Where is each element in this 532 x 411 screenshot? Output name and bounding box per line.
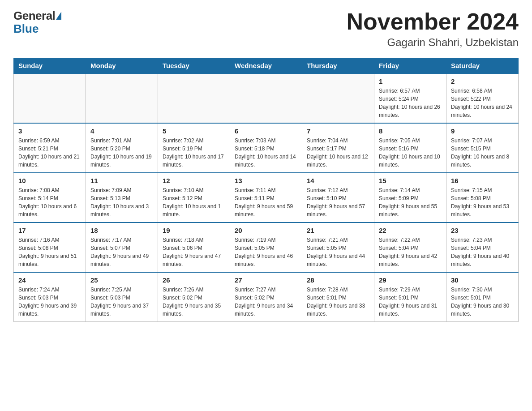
day-number: 26 xyxy=(163,276,225,284)
calendar-cell: 12Sunrise: 7:10 AM Sunset: 5:12 PM Dayli… xyxy=(158,173,230,223)
calendar-cell xyxy=(158,73,230,123)
weekday-header-sunday: Sunday xyxy=(14,58,86,74)
weekday-header-row: SundayMondayTuesdayWednesdayThursdayFrid… xyxy=(14,58,519,74)
day-info: Sunrise: 7:29 AM Sunset: 5:01 PM Dayligh… xyxy=(379,286,442,318)
day-number: 6 xyxy=(235,127,297,135)
day-number: 30 xyxy=(451,276,514,284)
calendar-cell: 9Sunrise: 7:07 AM Sunset: 5:15 PM Daylig… xyxy=(446,123,519,173)
weekday-header-friday: Friday xyxy=(374,58,446,74)
day-number: 24 xyxy=(18,276,81,284)
calendar-cell: 4Sunrise: 7:01 AM Sunset: 5:20 PM Daylig… xyxy=(86,123,158,173)
calendar-cell: 11Sunrise: 7:09 AM Sunset: 5:13 PM Dayli… xyxy=(86,173,158,223)
day-info: Sunrise: 7:21 AM Sunset: 5:05 PM Dayligh… xyxy=(307,236,369,268)
day-info: Sunrise: 7:02 AM Sunset: 5:19 PM Dayligh… xyxy=(163,137,225,169)
day-number: 12 xyxy=(163,177,225,184)
day-number: 18 xyxy=(90,227,153,234)
day-info: Sunrise: 7:18 AM Sunset: 5:06 PM Dayligh… xyxy=(163,236,225,268)
calendar-cell: 26Sunrise: 7:26 AM Sunset: 5:02 PM Dayli… xyxy=(158,272,230,322)
day-info: Sunrise: 7:30 AM Sunset: 5:01 PM Dayligh… xyxy=(451,286,514,318)
weekday-header-tuesday: Tuesday xyxy=(158,58,230,74)
day-number: 5 xyxy=(163,127,225,135)
day-number: 2 xyxy=(451,77,514,85)
calendar-cell: 7Sunrise: 7:04 AM Sunset: 5:17 PM Daylig… xyxy=(302,123,374,173)
day-number: 14 xyxy=(307,177,369,184)
day-info: Sunrise: 7:03 AM Sunset: 5:18 PM Dayligh… xyxy=(235,137,297,169)
day-info: Sunrise: 7:25 AM Sunset: 5:03 PM Dayligh… xyxy=(90,286,153,318)
day-number: 25 xyxy=(90,276,153,284)
calendar-cell: 1Sunrise: 6:57 AM Sunset: 5:24 PM Daylig… xyxy=(374,73,446,123)
day-number: 4 xyxy=(90,127,153,135)
day-info: Sunrise: 7:05 AM Sunset: 5:16 PM Dayligh… xyxy=(379,137,442,169)
day-info: Sunrise: 7:22 AM Sunset: 5:04 PM Dayligh… xyxy=(379,236,442,268)
calendar-table: SundayMondayTuesdayWednesdayThursdayFrid… xyxy=(13,58,519,322)
calendar-cell: 28Sunrise: 7:28 AM Sunset: 5:01 PM Dayli… xyxy=(302,272,374,322)
logo-triangle-icon xyxy=(56,12,61,20)
calendar-cell: 29Sunrise: 7:29 AM Sunset: 5:01 PM Dayli… xyxy=(374,272,446,322)
calendar-cell: 8Sunrise: 7:05 AM Sunset: 5:16 PM Daylig… xyxy=(374,123,446,173)
calendar-cell: 13Sunrise: 7:11 AM Sunset: 5:11 PM Dayli… xyxy=(230,173,302,223)
calendar-cell: 5Sunrise: 7:02 AM Sunset: 5:19 PM Daylig… xyxy=(158,123,230,173)
calendar-cell: 15Sunrise: 7:14 AM Sunset: 5:09 PM Dayli… xyxy=(374,173,446,223)
calendar-cell xyxy=(302,73,374,123)
calendar-cell: 2Sunrise: 6:58 AM Sunset: 5:22 PM Daylig… xyxy=(446,73,519,123)
day-info: Sunrise: 7:12 AM Sunset: 5:10 PM Dayligh… xyxy=(307,186,369,218)
day-info: Sunrise: 7:19 AM Sunset: 5:05 PM Dayligh… xyxy=(235,236,297,268)
day-info: Sunrise: 7:08 AM Sunset: 5:14 PM Dayligh… xyxy=(18,186,81,218)
day-number: 10 xyxy=(18,177,81,184)
calendar-cell: 21Sunrise: 7:21 AM Sunset: 5:05 PM Dayli… xyxy=(302,223,374,272)
calendar-cell: 23Sunrise: 7:23 AM Sunset: 5:04 PM Dayli… xyxy=(446,223,519,272)
calendar-cell xyxy=(86,73,158,123)
calendar-title: November 2024 xyxy=(347,9,519,34)
calendar-week-row: 1Sunrise: 6:57 AM Sunset: 5:24 PM Daylig… xyxy=(14,73,519,123)
day-info: Sunrise: 7:28 AM Sunset: 5:01 PM Dayligh… xyxy=(307,286,369,318)
day-number: 23 xyxy=(451,227,514,234)
day-number: 20 xyxy=(235,227,297,234)
day-info: Sunrise: 7:04 AM Sunset: 5:17 PM Dayligh… xyxy=(307,137,369,169)
calendar-cell: 18Sunrise: 7:17 AM Sunset: 5:07 PM Dayli… xyxy=(86,223,158,272)
weekday-header-wednesday: Wednesday xyxy=(230,58,302,74)
calendar-cell: 17Sunrise: 7:16 AM Sunset: 5:08 PM Dayli… xyxy=(14,223,86,272)
day-info: Sunrise: 7:23 AM Sunset: 5:04 PM Dayligh… xyxy=(451,236,514,268)
day-number: 27 xyxy=(235,276,297,284)
calendar-cell xyxy=(230,73,302,123)
day-number: 21 xyxy=(307,227,369,234)
day-number: 15 xyxy=(379,177,442,184)
logo: General Blue xyxy=(13,9,61,34)
day-info: Sunrise: 7:11 AM Sunset: 5:11 PM Dayligh… xyxy=(235,186,297,218)
logo-general-text: General xyxy=(13,9,55,23)
day-number: 16 xyxy=(451,177,514,184)
calendar-cell: 27Sunrise: 7:27 AM Sunset: 5:02 PM Dayli… xyxy=(230,272,302,322)
day-info: Sunrise: 7:26 AM Sunset: 5:02 PM Dayligh… xyxy=(163,286,225,318)
day-number: 28 xyxy=(307,276,369,284)
day-number: 11 xyxy=(90,177,153,184)
day-info: Sunrise: 7:01 AM Sunset: 5:20 PM Dayligh… xyxy=(90,137,153,169)
day-info: Sunrise: 6:57 AM Sunset: 5:24 PM Dayligh… xyxy=(379,87,442,119)
day-number: 1 xyxy=(379,77,442,85)
day-info: Sunrise: 6:59 AM Sunset: 5:21 PM Dayligh… xyxy=(18,137,81,169)
day-number: 22 xyxy=(379,227,442,234)
day-info: Sunrise: 7:15 AM Sunset: 5:08 PM Dayligh… xyxy=(451,186,514,218)
day-number: 19 xyxy=(163,227,225,234)
day-info: Sunrise: 6:58 AM Sunset: 5:22 PM Dayligh… xyxy=(451,87,514,119)
calendar-subtitle: Gagarin Shahri, Uzbekistan xyxy=(347,36,519,49)
day-number: 29 xyxy=(379,276,442,284)
calendar-cell: 10Sunrise: 7:08 AM Sunset: 5:14 PM Dayli… xyxy=(14,173,86,223)
day-number: 3 xyxy=(18,127,81,135)
day-number: 8 xyxy=(379,127,442,135)
weekday-header-thursday: Thursday xyxy=(302,58,374,74)
day-number: 9 xyxy=(451,127,514,135)
calendar-week-row: 3Sunrise: 6:59 AM Sunset: 5:21 PM Daylig… xyxy=(14,123,519,173)
calendar-cell xyxy=(14,73,86,123)
weekday-header-monday: Monday xyxy=(86,58,158,74)
calendar-cell: 22Sunrise: 7:22 AM Sunset: 5:04 PM Dayli… xyxy=(374,223,446,272)
day-info: Sunrise: 7:27 AM Sunset: 5:02 PM Dayligh… xyxy=(235,286,297,318)
page-header: General Blue November 2024 Gagarin Shahr… xyxy=(13,9,519,49)
calendar-cell: 16Sunrise: 7:15 AM Sunset: 5:08 PM Dayli… xyxy=(446,173,519,223)
day-number: 7 xyxy=(307,127,369,135)
day-info: Sunrise: 7:14 AM Sunset: 5:09 PM Dayligh… xyxy=(379,186,442,218)
logo-blue-text: Blue xyxy=(13,23,39,34)
title-section: November 2024 Gagarin Shahri, Uzbekistan xyxy=(347,9,519,49)
calendar-week-row: 10Sunrise: 7:08 AM Sunset: 5:14 PM Dayli… xyxy=(14,173,519,223)
calendar-cell: 20Sunrise: 7:19 AM Sunset: 5:05 PM Dayli… xyxy=(230,223,302,272)
day-info: Sunrise: 7:24 AM Sunset: 5:03 PM Dayligh… xyxy=(18,286,81,318)
